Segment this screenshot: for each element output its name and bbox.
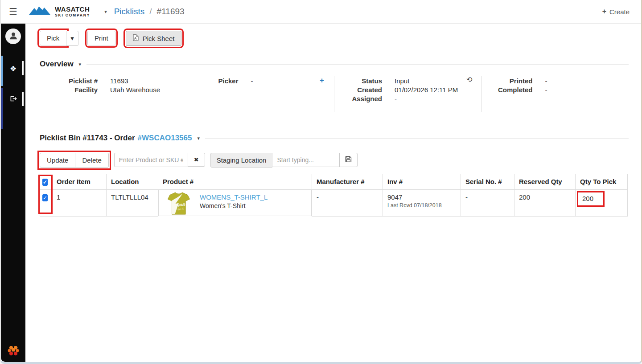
col-qty-to-pick: Qty To Pick	[576, 174, 628, 190]
picker-value: -	[239, 77, 253, 86]
serial-cell: -	[461, 190, 514, 217]
bin-divider-line	[205, 138, 629, 139]
overview-col-status: Status Input Created 01/02/2026 12:11 PM…	[334, 76, 482, 112]
col-serial: Serial No. #	[461, 174, 514, 190]
breadcrumb-picklists-link[interactable]: Picklists	[114, 7, 145, 16]
overview-col-printed: Printed - Completed -	[482, 76, 629, 112]
picklist-items-table-wrap: ✓ Order Item Location Product # Manufact…	[40, 174, 627, 217]
printed-value: -	[533, 77, 547, 86]
qty-to-pick-value[interactable]: 200	[578, 192, 603, 205]
picklist-items-table: ✓ Order Item Location Product # Manufact…	[40, 174, 628, 217]
mountain-logo-icon	[28, 5, 51, 18]
row-checkbox[interactable]: ✓	[42, 194, 48, 201]
nav-dropdown-caret-icon[interactable]: ▾	[104, 9, 107, 15]
hamburger-menu-icon[interactable]: ☰	[1, 6, 25, 17]
dropbox-icon[interactable]: ❖	[1, 64, 25, 74]
order-link[interactable]: #WSCAO13565	[138, 134, 192, 143]
location-cell: TLTLTLLL04	[107, 190, 158, 217]
create-button-label: Create	[609, 8, 630, 16]
plus-icon: +	[602, 8, 606, 16]
pdf-file-icon	[133, 34, 139, 42]
field-label: Completed	[482, 86, 533, 94]
overview-collapse-caret-icon[interactable]: ▾	[79, 61, 82, 67]
product-sku-input[interactable]	[114, 153, 188, 167]
brand-name: WASATCH	[55, 6, 90, 12]
product-name: Women's T-Shirt	[200, 202, 268, 209]
product-sku-link[interactable]: WOMENS_T-SHIRT_L	[200, 192, 268, 201]
main-content: Pick ▾ Print Pick Sheet Overview ▾	[25, 24, 641, 362]
floppy-save-icon	[345, 156, 352, 164]
completed-value: -	[533, 86, 547, 94]
inv-number: 9047	[387, 193, 456, 201]
print-button[interactable]: Print	[87, 31, 115, 45]
top-navbar: ☰ WASATCH SKI COMPANY ▾ Picklists / #116…	[1, 0, 641, 24]
brand-text: WASATCH SKI COMPANY	[55, 6, 90, 17]
pick-sheet-label: Pick Sheet	[143, 35, 175, 42]
update-button[interactable]: Update	[40, 153, 75, 168]
picklist-actions-row: Pick ▾ Print Pick Sheet	[40, 31, 629, 47]
infoplus-flower-logo[interactable]	[1, 344, 25, 357]
picklist-number-value: 11693	[98, 77, 128, 86]
breadcrumb-current-picklist: #11693	[157, 7, 185, 16]
field-label: Printed	[482, 77, 533, 86]
col-manufacturer: Manufacturer #	[312, 174, 383, 190]
col-location: Location	[107, 174, 158, 190]
chevron-down-icon: ▾	[70, 34, 74, 42]
field-label: Assigned	[334, 94, 382, 103]
qty-to-pick-cell: 200	[576, 190, 628, 217]
pick-sheet-button[interactable]: Pick Sheet	[126, 31, 182, 46]
person-icon	[8, 31, 18, 42]
update-delete-button-group: Update Delete	[40, 153, 109, 168]
bin-title: Picklist Bin #11743 - Order	[40, 134, 135, 143]
overview-col-picklist: Picklist # 11693 Facility Utah Warehouse	[40, 76, 187, 112]
sidebar-tick-bottom	[22, 92, 24, 106]
brand-subname: SKI COMPANY	[55, 13, 90, 17]
overview-divider-line	[86, 64, 629, 65]
field-label: Status	[334, 77, 382, 86]
sidebar-active-indicator-dark	[1, 88, 3, 129]
field-label: Created	[334, 86, 382, 94]
pick-dropdown-button[interactable]: ▾	[66, 31, 78, 46]
staging-location-input[interactable]	[272, 153, 340, 167]
col-inv: Inv #	[383, 174, 461, 190]
bin-collapse-caret-icon[interactable]: ▾	[197, 135, 200, 141]
staging-location-label: Staging Location	[210, 153, 273, 168]
inv-cell: 9047 Last Rcvd 07/18/2018	[383, 190, 461, 217]
create-button[interactable]: + Create	[602, 8, 630, 16]
product-image[interactable]: WAS SKI C	[165, 192, 193, 217]
col-order-item: Order Item	[52, 174, 107, 190]
select-all-checkbox[interactable]: ✓	[42, 179, 48, 186]
field-label: Picker	[187, 77, 239, 86]
sidebar-tick-top	[22, 61, 24, 75]
manufacturer-cell: -	[312, 190, 383, 217]
close-icon: ✖	[194, 156, 199, 163]
table-row: ✓ 1 TLTLTLLL04 WAS SKI C	[40, 190, 628, 217]
save-staging-button[interactable]	[339, 153, 358, 167]
col-product: Product #	[158, 174, 312, 190]
pick-button[interactable]: Pick	[40, 31, 66, 45]
assigned-value: -	[382, 94, 397, 103]
overview-grid: Picklist # 11693 Facility Utah Warehouse…	[40, 76, 629, 112]
clear-sku-button[interactable]: ✖	[188, 153, 205, 167]
overview-col-picker: Picker - +	[187, 76, 334, 112]
delete-button[interactable]: Delete	[75, 153, 108, 168]
company-logo[interactable]: WASATCH SKI COMPANY	[28, 5, 90, 18]
bin-toolbar: Update Delete ✖ Staging Location	[40, 153, 629, 168]
reserved-qty-cell: 200	[514, 190, 576, 217]
add-picker-icon[interactable]: +	[320, 76, 324, 85]
product-cell: WAS SKI C WOMENS_T-SHIRT_L Women's T-Shi…	[158, 190, 312, 216]
overview-section-header: Overview ▾	[40, 60, 629, 69]
order-item-cell: 1	[52, 190, 107, 217]
product-text: WOMENS_T-SHIRT_L Women's T-Shirt	[200, 192, 268, 209]
status-history-icon[interactable]: ⟲	[466, 75, 472, 84]
inv-last-received: Last Rcvd 07/18/2018	[387, 202, 456, 209]
col-reserved-qty: Reserved Qty	[514, 174, 576, 190]
breadcrumb-separator: /	[149, 7, 152, 16]
left-sidebar: ❖	[1, 24, 25, 362]
sign-out-icon[interactable]	[1, 95, 25, 104]
overview-title: Overview	[40, 60, 74, 69]
field-label: Picklist #	[40, 77, 98, 86]
app-window: ☰ WASATCH SKI COMPANY ▾ Picklists / #116…	[0, 0, 642, 364]
created-value: 01/02/2026 12:11 PM	[382, 86, 458, 94]
user-avatar[interactable]	[5, 29, 21, 44]
